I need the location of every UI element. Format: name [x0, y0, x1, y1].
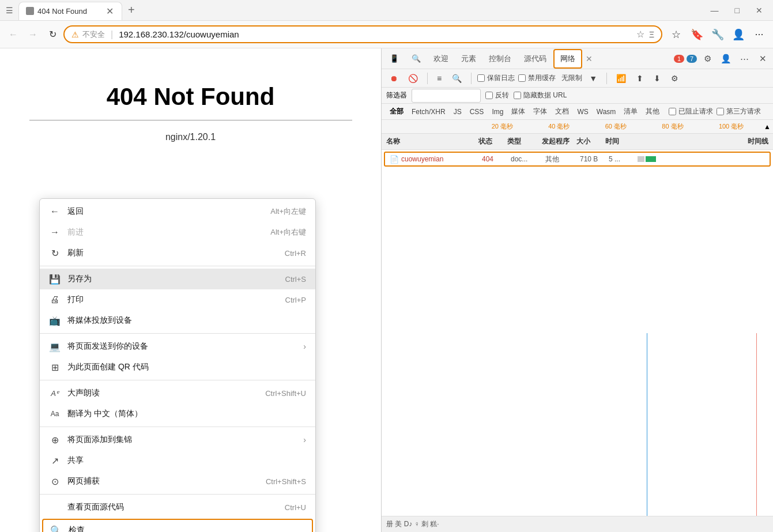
col-header-name[interactable]: 名称	[386, 137, 478, 146]
ctx-screenshot[interactable]: ⊙ 网页捕获 Ctrl+Shift+S	[40, 471, 315, 492]
invert-checkbox[interactable]: 反转	[485, 90, 509, 100]
forward-icon: →	[49, 227, 61, 238]
minimize-btn[interactable]: —	[705, 3, 725, 17]
tab-close-btn[interactable]: ✕	[105, 6, 115, 17]
col-header-status[interactable]: 状态	[478, 137, 507, 146]
close-btn[interactable]: ✕	[750, 3, 768, 17]
ctx-read[interactable]: Aᵄ 大声朗读 Ctrl+Shift+U	[40, 383, 315, 403]
ctx-viewsource[interactable]: 查看页面源代码 Ctrl+U	[40, 497, 315, 518]
col-header-type[interactable]: 类型	[507, 137, 542, 146]
type-tab-js[interactable]: JS	[450, 107, 465, 117]
settings-more-icon[interactable]: ···	[750, 25, 768, 44]
upload-btn[interactable]: ⬆	[633, 72, 647, 85]
download-btn[interactable]: ⬇	[650, 72, 664, 85]
vline-blue	[647, 333, 647, 516]
ctx-collections[interactable]: ⊕ 将页面添加到集锦 ›	[40, 429, 315, 450]
type-tab-media[interactable]: 媒体	[508, 105, 529, 118]
clear-btn[interactable]: 🚫	[405, 72, 421, 85]
forward-btn[interactable]: →	[24, 26, 42, 43]
ctx-refresh[interactable]: ↻ 刷新 Ctrl+R	[40, 243, 315, 263]
type-tab-img[interactable]: Img	[488, 107, 507, 117]
ctx-save[interactable]: 💾 另存为 Ctrl+S	[40, 269, 315, 289]
new-tab-btn[interactable]: +	[125, 2, 138, 18]
tab-inspect-el[interactable]: 🔍	[406, 51, 427, 66]
favorites-icon[interactable]: ☆	[636, 29, 644, 40]
throttle-dropdown[interactable]: ▼	[586, 72, 601, 85]
maximize-btn[interactable]: □	[729, 3, 745, 17]
tab-sources[interactable]: 源代码	[518, 50, 552, 67]
ctx-back[interactable]: ← 返回 Alt+向左键	[40, 201, 315, 222]
extensions-icon[interactable]: 🔧	[708, 25, 727, 44]
tab-network-close[interactable]: ✕	[583, 53, 595, 65]
favorites-toolbar-icon[interactable]: ☆	[667, 25, 685, 44]
cell-size: 710 B	[580, 155, 609, 163]
record-btn[interactable]: ⏺	[386, 72, 401, 85]
screenshot-icon: ⊙	[49, 476, 61, 487]
address-input-wrap[interactable]: ⚠ 不安全 | 192.168.230.132/cuowuyemian ☆ Ξ	[63, 25, 662, 43]
disable-cache-checkbox[interactable]	[518, 74, 526, 82]
col-header-time[interactable]: 时间	[605, 137, 634, 146]
ctx-send[interactable]: 💻 将页面发送到你的设备 ›	[40, 336, 315, 357]
ctx-back-shortcut: Alt+向左键	[270, 206, 306, 217]
tab-console[interactable]: 控制台	[483, 50, 517, 67]
timeline-sort-btn[interactable]: ▲	[761, 123, 773, 131]
ctx-translate[interactable]: Aa 翻译为 中文（简体）	[40, 403, 315, 424]
devtools-close-btn[interactable]: ✕	[755, 51, 771, 67]
ctx-cast[interactable]: 📺 将媒体投放到设备	[40, 310, 315, 331]
reload-btn[interactable]: ↻	[44, 26, 61, 43]
tab-device-toggle[interactable]: 📱	[384, 51, 405, 66]
type-tab-wasm[interactable]: Wasm	[593, 107, 620, 117]
filter-toggle-btn[interactable]: ≡	[433, 72, 445, 85]
ctx-print[interactable]: 🖨 打印 Ctrl+P	[40, 289, 315, 310]
back-btn[interactable]: ←	[5, 26, 22, 43]
devtools-user-btn[interactable]: 👤	[718, 51, 734, 67]
ctx-viewsource-shortcut: Ctrl+U	[285, 503, 306, 512]
type-tab-other[interactable]: 其他	[642, 105, 663, 118]
disable-cache-label[interactable]: 禁用缓存	[518, 73, 556, 83]
type-tab-doc[interactable]: 文档	[552, 105, 572, 118]
network-settings-btn[interactable]: ⚙	[668, 72, 682, 85]
ctx-inspect[interactable]: 🔍 检查	[42, 519, 313, 532]
preserve-log-label[interactable]: 保留日志	[477, 73, 515, 83]
third-party-checkbox[interactable]: 第三方请求	[717, 107, 761, 116]
filter-input[interactable]	[412, 89, 481, 103]
preserve-log-checkbox[interactable]	[477, 74, 485, 82]
type-tab-font[interactable]: 字体	[530, 105, 550, 118]
table-row[interactable]: 📄 cuowuyemian 404 doc... 其他 710 B 5 ...	[384, 152, 771, 167]
collections-ctx-icon: ⊕	[49, 434, 61, 446]
ctx-print-shortcut: Ctrl+P	[285, 296, 306, 304]
type-tab-ws[interactable]: WS	[574, 107, 591, 117]
devtools-tab-bar: 📱 🔍 欢迎 元素 控制台 源代码 网络 ✕ 1 7 ⚙ 👤 ⋯ ✕	[382, 48, 773, 69]
browser-window: ☰ 404 Not Found ✕ + — □ ✕ ← → ↻ ⚠ 不安全 | …	[0, 0, 773, 532]
type-tab-fetch[interactable]: Fetch/XHR	[408, 107, 449, 117]
tab-welcome[interactable]: 欢迎	[428, 50, 454, 67]
type-tab-manifest[interactable]: 清单	[620, 105, 641, 118]
col-header-size[interactable]: 大小	[576, 137, 605, 146]
devtools-settings-btn[interactable]: ⚙	[699, 51, 715, 67]
ctx-share[interactable]: ↗ 共享	[40, 450, 315, 471]
sidebar-toggle-btn[interactable]: ☰	[5, 6, 14, 15]
devtools-more-btn[interactable]: ⋯	[736, 51, 752, 67]
blocked-requests-checkbox[interactable]: 已阻止请求	[669, 107, 713, 116]
type-tab-all[interactable]: 全部	[386, 105, 407, 118]
ctx-qr[interactable]: ⊞ 为此页面创建 QR 代码	[40, 357, 315, 378]
ctx-forward-label: 前进	[67, 227, 263, 237]
network-type-tabs: 全部 Fetch/XHR JS CSS Img 媒体 字体 文档 WS Wasm…	[382, 104, 773, 120]
active-tab[interactable]: 404 Not Found ✕	[18, 2, 122, 20]
search-toggle-btn[interactable]: 🔍	[448, 72, 465, 85]
col-header-initiator[interactable]: 发起程序	[542, 137, 576, 146]
collections-icon[interactable]: 🔖	[688, 25, 706, 44]
ctx-inspect-label: 检查	[69, 525, 305, 532]
tab-area: 404 Not Found ✕ +	[18, 1, 138, 20]
col-header-timeline[interactable]: 时间线	[634, 137, 768, 146]
hide-data-url-checkbox[interactable]: 隐藏数据 URL	[514, 90, 567, 100]
profile-icon[interactable]: 👤	[729, 25, 748, 44]
tab-elements[interactable]: 元素	[455, 50, 482, 67]
wifi-icon[interactable]: 📶	[613, 72, 629, 85]
ctx-read-shortcut: Ctrl+Shift+U	[265, 389, 306, 398]
type-tab-css[interactable]: CSS	[466, 107, 488, 117]
tab-network[interactable]: 网络	[553, 49, 582, 69]
toolbar-right: ☆ 🔖 🔧 👤 ···	[667, 25, 768, 44]
read-mode-icon[interactable]: Ξ	[649, 30, 654, 39]
cell-type: doc...	[511, 155, 545, 163]
